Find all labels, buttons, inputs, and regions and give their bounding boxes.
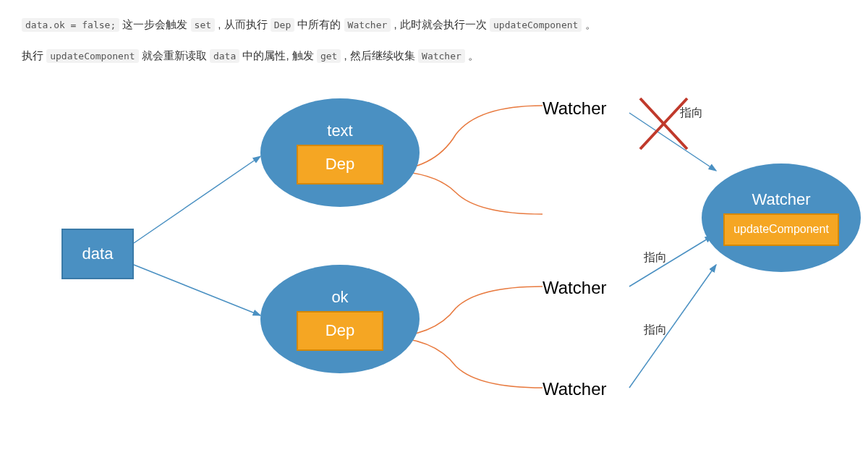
update-component-box: updateComponent — [723, 213, 839, 246]
point-to-label-2: 指向 — [644, 250, 667, 266]
text: 。 — [465, 49, 479, 61]
text: 。 — [582, 18, 595, 30]
svg-line-3 — [629, 113, 716, 171]
watcher-ellipse: Watcher updateComponent — [702, 163, 861, 272]
code-watcher: Watcher — [418, 49, 465, 63]
watcher-ellipse-label: Watcher — [752, 190, 810, 209]
svg-line-2 — [134, 265, 260, 315]
text: 中所有的 — [294, 18, 344, 30]
svg-line-4 — [629, 236, 712, 286]
code-watcher: Watcher — [344, 18, 391, 32]
watcher-label-1: Watcher — [542, 98, 606, 119]
data-node-label: data — [82, 245, 114, 263]
dep-label: Dep — [326, 321, 354, 340]
dep-label: Dep — [326, 155, 354, 174]
svg-line-5 — [629, 265, 716, 388]
code-update-component: updateComponent — [490, 18, 582, 32]
point-to-label-3: 指向 — [644, 323, 667, 338]
paragraph-2: 执行 updateComponent 就会重新读取 data 中的属性, 触发 … — [22, 46, 846, 65]
text: , 此时就会执行一次 — [391, 18, 490, 30]
text: , 从而执行 — [215, 18, 271, 30]
code-set: set — [191, 18, 215, 32]
watcher-label-2: Watcher — [542, 278, 606, 298]
code-data-ok-false: data.ok = false; — [22, 18, 119, 32]
ok-ellipse: ok Dep — [260, 265, 420, 373]
data-node: data — [61, 229, 134, 279]
code-get: get — [317, 49, 341, 63]
ok-ellipse-label: ok — [331, 288, 348, 307]
text-ellipse-label: text — [327, 122, 352, 140]
text: 中的属性, 触发 — [239, 49, 317, 61]
text: , 然后继续收集 — [341, 49, 418, 61]
svg-line-1 — [134, 156, 260, 243]
text-ellipse: text Dep — [260, 98, 420, 207]
dep-box-text: Dep — [297, 145, 383, 184]
paragraph-1: data.ok = false; 这一步会触发 set , 从而执行 Dep 中… — [22, 14, 846, 34]
point-to-label-1: 指向 — [680, 106, 703, 121]
code-dep: Dep — [271, 18, 294, 32]
text: 就会重新读取 — [139, 49, 210, 61]
diagram-connectors — [22, 77, 846, 438]
text: 这一步会触发 — [119, 18, 190, 30]
diagram-container: data text Dep ok Dep Watcher updateCompo… — [22, 77, 846, 438]
dep-box-ok: Dep — [297, 311, 383, 351]
code-data: data — [210, 49, 239, 63]
code-update-component: updateComponent — [46, 49, 138, 63]
watcher-label-3: Watcher — [542, 379, 606, 399]
text: 执行 — [22, 49, 46, 61]
update-component-label: updateComponent — [733, 223, 829, 236]
